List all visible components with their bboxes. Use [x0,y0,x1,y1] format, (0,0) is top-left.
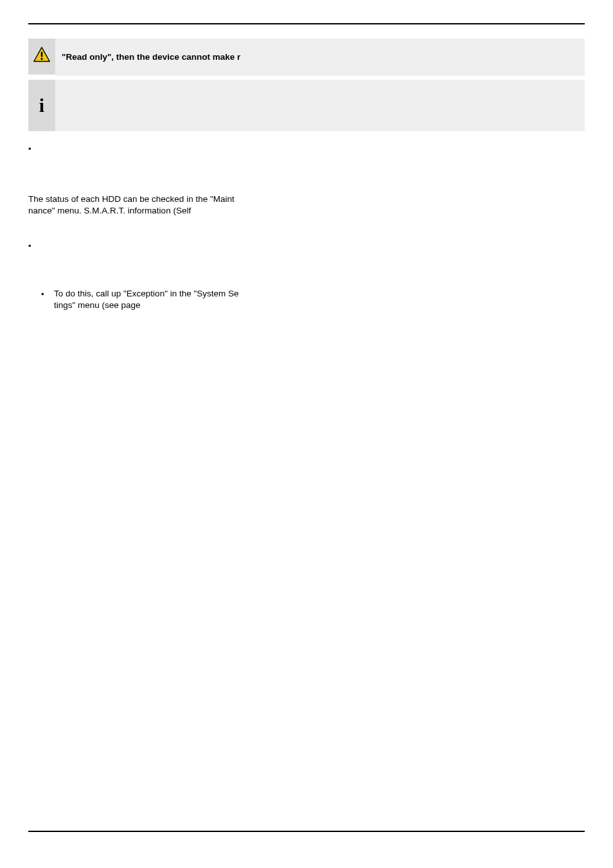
bottom-horizontal-rule [28,831,585,832]
bullet-section-3: • To do this, call up "Exception" in the… [28,288,298,311]
svg-rect-1 [41,52,42,57]
info-note-row: i [28,80,585,131]
bullet-marker: • [28,143,41,155]
warning-note-row: "Read only", then the device cannot make… [28,39,585,76]
bullet-section-1: • [28,143,298,155]
bullet-3-content: To do this, call up "Exception" in the "… [54,288,239,311]
warning-triangle-icon [33,46,51,67]
paragraph-1-line-1: The status of each HDD can be checked in… [28,194,298,205]
info-icon-cell: i [28,80,55,131]
info-icon: i [39,93,44,119]
top-horizontal-rule [28,23,585,24]
paragraph-1-line-2: nance" menu. S.M.A.R.T. information (Sel… [28,205,298,217]
bullet-item-3: • To do this, call up "Exception" in the… [28,288,298,311]
warning-note-text: "Read only", then the device cannot make… [62,51,240,63]
bullet-marker: • [28,240,41,252]
bullet-marker: • [41,288,54,300]
bullet-3-line-2: tings" menu (see page [54,300,239,311]
warning-note-content: "Read only", then the device cannot make… [55,39,585,76]
bullet-section-2: • [28,240,298,252]
bullet-item-2: • [28,240,298,252]
info-note-content [55,80,585,131]
bullet-3-line-1: To do this, call up "Exception" in the "… [54,288,239,300]
paragraph-1: The status of each HDD can be checked in… [28,194,298,217]
svg-point-2 [40,58,42,60]
bullet-item-1: • [28,143,298,155]
warning-icon-cell [28,39,55,75]
